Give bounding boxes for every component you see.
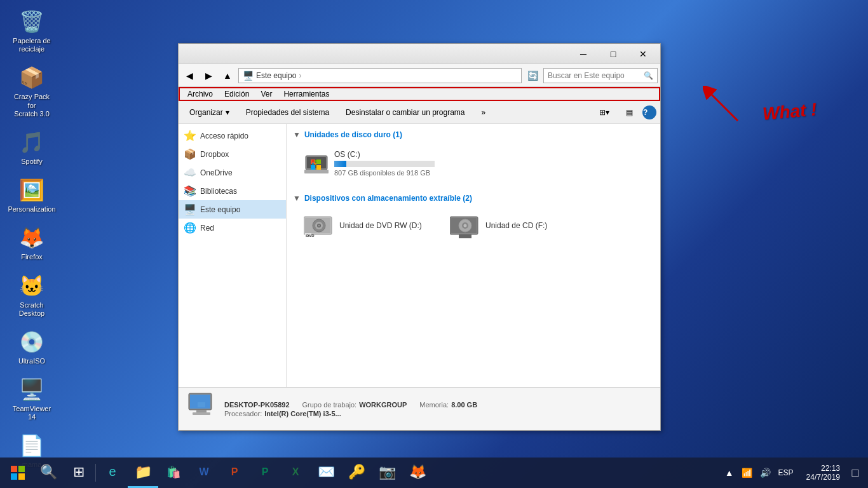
cd-f-name: Unidad de CD (F:) (485, 221, 581, 230)
taskbar-mail[interactable]: ✉️ (311, 458, 341, 488)
view-options-button[interactable]: ⊞▾ (592, 104, 616, 121)
taskbar-store[interactable]: 🛍️ (158, 458, 189, 488)
removable-toggle[interactable]: ▼ (293, 194, 301, 203)
explorer-window: ─ □ ✕ ◀ ▶ ▲ 🖥️ Este equipo › 🔄 🔍 Archivo (178, 43, 661, 431)
dvd-d-item[interactable]: DVD Unidad de DVD RW (D:) (299, 209, 439, 243)
sidebar-item-quick-access[interactable]: ⭐ Acceso rápido (179, 126, 286, 145)
svg-rect-29 (196, 410, 207, 412)
sidebar-item-dropbox[interactable]: 📦 Dropbox (179, 145, 286, 163)
this-pc-icon: 🖥️ (184, 203, 196, 215)
tray-network[interactable]: 📶 (739, 468, 755, 478)
tray-volume[interactable]: 🔊 (757, 468, 773, 478)
desktop-icon-spotify[interactable]: 🎵 Spotify (6, 127, 57, 168)
hard-drives-toggle[interactable]: ▼ (293, 130, 301, 139)
desktop-icon-crazy-pack[interactable]: 📦 Crazy Pack forScratch 3.0 (6, 62, 57, 121)
taskbar-publisher[interactable]: P (250, 458, 280, 488)
more-button[interactable]: » (475, 104, 493, 121)
network-label: Red (200, 224, 214, 233)
sidebar-item-network[interactable]: 🌐 Red (179, 219, 286, 237)
taskbar-firefox[interactable]: 🦊 (402, 458, 433, 488)
taskbar-task-view[interactable]: ⊞ (64, 458, 94, 488)
forward-button[interactable]: ▶ (200, 67, 217, 84)
libraries-label: Bibliotecas (200, 187, 237, 196)
removable-label: Dispositivos con almacenamiento extraíbl… (304, 194, 472, 203)
c-drive-space: 807 GB disponibles de 918 GB (334, 169, 435, 177)
back-button[interactable]: ◀ (181, 67, 198, 84)
details-pane-button[interactable]: ▤ (619, 104, 640, 121)
taskbar-kerio[interactable]: 🔑 (341, 458, 372, 488)
onedrive-icon: ☁️ (184, 166, 196, 179)
teamviewer-label: TeamViewer 14 (9, 405, 55, 421)
svg-rect-34 (11, 473, 17, 480)
clock[interactable]: 22:13 24/7/2019 (801, 464, 845, 482)
help-button[interactable]: ? (642, 105, 656, 119)
workgroup-field: Grupo de trabajo: WORKGROUP (302, 401, 407, 409)
up-button[interactable]: ▲ (219, 67, 236, 84)
tray-show-hidden[interactable]: ▲ (722, 468, 736, 478)
organize-button[interactable]: Organizar ▾ (182, 104, 236, 121)
teamviewer-icon: 🖥️ (19, 377, 44, 402)
desktop-icons: 🗑️ Papelera de reciclaje 📦 Crazy Pack fo… (6, 6, 57, 472)
address-path[interactable]: 🖥️ Este equipo › (238, 68, 522, 83)
c-drive-info: OS (C:) 807 GB disponibles de 918 GB (334, 150, 435, 177)
crazy-pack-label: Crazy Pack forScratch 3.0 (9, 93, 55, 118)
memory-label: Memoria: (419, 401, 449, 409)
annotation-arrow-svg (703, 86, 741, 124)
minimize-button[interactable]: ─ (569, 45, 598, 63)
clock-date: 24/7/2019 (806, 473, 840, 482)
taskbar-camera[interactable]: 📷 (372, 458, 402, 488)
firefox-icon: 🦊 (19, 225, 44, 250)
desktop-icon-teamviewer[interactable]: 🖥️ TeamViewer 14 (6, 374, 57, 424)
menu-bar: Archivo Edición Ver Herramientas (179, 87, 660, 101)
svg-rect-33 (18, 466, 25, 472)
more-label: » (482, 108, 486, 117)
start-button[interactable] (3, 458, 33, 488)
menu-archivo[interactable]: Archivo (182, 88, 218, 100)
svg-rect-6 (316, 159, 321, 164)
desktop-icon-recycle-bin[interactable]: 🗑️ Papelera de reciclaje (6, 6, 57, 56)
c-drive-item[interactable]: OS (C:) 807 GB disponibles de 918 GB (299, 146, 439, 181)
desktop-icon-ultraiso[interactable]: 💿 UltraISO (6, 327, 57, 368)
taskbar-powerpoint[interactable]: P (219, 458, 250, 488)
sidebar-item-onedrive[interactable]: ☁️ OneDrive (179, 163, 286, 182)
system-properties-label: Propiedades del sistema (246, 108, 329, 117)
content-pane: ▼ Unidades de disco duro (1) (287, 124, 660, 387)
taskbar-file-explorer[interactable]: 📁 (128, 458, 158, 488)
maximize-button[interactable]: □ (599, 45, 628, 63)
removable-grid: DVD Unidad de DVD RW (D:) (293, 209, 654, 243)
refresh-button[interactable]: 🔄 (524, 67, 541, 84)
removable-section-header: ▼ Dispositivos con almacenamiento extraí… (293, 194, 654, 203)
dropbox-label: Dropbox (200, 150, 229, 159)
cd-f-item[interactable]: Unidad de CD (F:) (445, 209, 585, 243)
spotify-label: Spotify (21, 158, 43, 166)
system-tray: ▲ 📶 🔊 ESP (717, 458, 801, 488)
cd-f-info: Unidad de CD (F:) (485, 221, 581, 232)
svg-rect-12 (315, 163, 316, 165)
cd-f-icon (450, 214, 480, 239)
menu-ver[interactable]: Ver (255, 88, 277, 100)
close-button[interactable]: ✕ (628, 45, 658, 63)
svg-rect-9 (312, 160, 314, 162)
sidebar-item-libraries[interactable]: 📚 Bibliotecas (179, 182, 286, 200)
c-drive-name: OS (C:) (334, 150, 435, 159)
svg-rect-30 (193, 412, 210, 415)
sidebar-item-this-pc[interactable]: 🖥️ Este equipo (179, 200, 286, 219)
system-properties-button[interactable]: Propiedades del sistema (239, 104, 336, 121)
menu-herramientas[interactable]: Herramientas (278, 88, 334, 100)
crazy-pack-icon: 📦 (19, 65, 44, 90)
desktop-icon-personalization[interactable]: 🖼️ Personalization (6, 175, 57, 216)
spotify-icon: 🎵 (19, 130, 44, 155)
taskbar-search[interactable]: 🔍 (33, 458, 64, 488)
taskbar-edge[interactable]: e (97, 458, 128, 488)
desktop-icon-firefox[interactable]: 🦊 Firefox (6, 222, 57, 264)
scratch-icon: 🐱 (19, 273, 44, 299)
taskbar-word[interactable]: W (189, 458, 219, 488)
uninstall-button[interactable]: Desinstalar o cambiar un programa (339, 104, 471, 121)
search-input[interactable] (548, 71, 644, 80)
notification-button[interactable]: □ (845, 458, 865, 488)
desktop-icon-scratch[interactable]: 🐱 Scratch Desktop (6, 271, 57, 320)
menu-edicion[interactable]: Edición (219, 88, 254, 100)
tray-lang[interactable]: ESP (776, 468, 796, 477)
address-chevron: › (299, 71, 301, 80)
taskbar-excel[interactable]: X (280, 458, 311, 488)
